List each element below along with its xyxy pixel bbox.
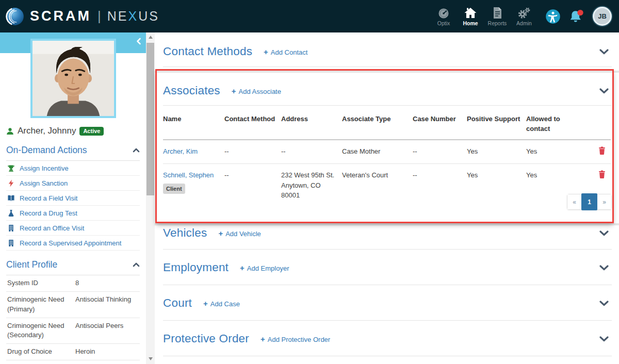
table-row: Archer, Kim -- -- Case Mother -- Yes Yes [163,140,611,164]
plus-icon: + [203,299,208,308]
map-book-icon [7,194,15,202]
court-title: Court [163,296,192,310]
nav-optix[interactable]: Optix [431,7,457,26]
plus-icon: + [218,229,223,238]
brand-divider: | [97,8,101,24]
pagination-prev-button[interactable]: « [567,194,581,209]
table-row: Schnell, Stephen Client -- 232 West 95th… [163,164,611,207]
app-header: SCRAM | NEXUS Optix Home [0,0,619,32]
associate-name-link[interactable]: Archer, Kim [163,146,198,157]
employment-title: Employment [163,261,229,274]
associates-chevron[interactable] [599,88,611,94]
client-profile-title: Client Profile [6,259,57,270]
action-record-field-visit[interactable]: Record a Field Visit [6,191,140,206]
main-content: Contact Methods + Add Contact A [155,32,619,364]
chevron-left-icon [136,38,142,45]
nav-admin-label: Admin [516,20,532,26]
associates-pagination: « 1 » [567,194,612,210]
add-employer-link[interactable]: + Add Employer [240,263,289,272]
flask-icon [7,209,15,217]
notifications-button[interactable] [568,9,584,24]
action-label: Record a Drug Test [20,209,77,217]
client-profile-header[interactable]: Client Profile [6,259,140,275]
plus-icon: + [264,47,268,56]
action-label: Record a Supervised Appointment [20,239,121,247]
section-employment: Employment + Add Employer [155,250,619,285]
court-chevron[interactable] [599,301,611,306]
client-name-row: Archer, Johnny Active [6,126,140,136]
associate-name-link[interactable]: Schnell, Stephen [163,170,214,180]
associates-table: Name Contact Method Address Associate Ty… [163,106,611,207]
action-record-office-visit[interactable]: Record an Office Visit [6,221,140,236]
profile-row-system-id: System ID 8 [6,275,140,292]
vertical-scrollbar[interactable] [146,32,155,364]
plus-icon: + [240,263,245,272]
nav-home-label: Home [463,20,478,26]
delete-associate-button[interactable] [598,146,606,156]
protective-order-title: Protective Order [163,332,249,345]
contact-methods-chevron[interactable] [599,49,611,55]
client-photo[interactable] [30,39,116,118]
action-assign-sanction[interactable]: Assign Sanction [6,176,140,191]
nav-reports[interactable]: Reports [484,7,510,26]
action-label: Assign Incentive [20,164,69,172]
scroll-down-arrow[interactable] [146,355,155,362]
scrollbar-thumb[interactable] [146,43,154,195]
trash-icon [598,146,606,155]
client-badge: Client [163,184,185,194]
nav-home[interactable]: Home [458,7,483,26]
scroll-up-arrow[interactable] [146,34,155,41]
profile-row-criminogenic-secondary: Criminogenic Need (Secondary) Antisocial… [6,318,140,344]
document-icon [492,7,503,19]
brand-logo[interactable]: SCRAM | NEXUS [5,7,159,26]
section-protective-order: Protective Order + Add Protective Order [155,321,619,356]
building-icon [7,239,15,247]
app-window: SCRAM | NEXUS Optix Home [0,0,619,364]
on-demand-actions-title: On-Demand Actions [6,145,87,156]
vehicles-chevron[interactable] [599,230,611,236]
on-demand-actions-header[interactable]: On-Demand Actions [6,145,140,161]
plus-icon: + [260,335,265,343]
pagination-next-button[interactable]: » [597,194,611,209]
add-case-link[interactable]: + Add Case [203,299,240,308]
action-record-drug-test[interactable]: Record a Drug Test [6,206,140,221]
delete-associate-button[interactable] [598,170,606,180]
trash-icon [598,170,606,178]
add-vehicle-link[interactable]: + Add Vehicle [218,229,260,238]
nav-optix-label: Optix [437,20,450,26]
client-sidebar: Archer, Johnny Active On-Demand Actions [0,32,146,364]
section-contact-methods: Contact Methods + Add Contact [155,32,619,71]
vehicles-title: Vehicles [163,226,207,240]
protective-order-chevron[interactable] [599,336,611,342]
section-vehicles: Vehicles + Add Vehicle [155,225,619,250]
nav-reports-label: Reports [488,20,507,26]
col-associate-type: Associate Type [342,106,413,140]
brand-nexus-text: NEXUS [107,9,159,24]
table-header-row: Name Contact Method Address Associate Ty… [163,106,611,140]
building-icon [7,224,15,232]
col-positive-support: Positive Support [467,106,526,140]
section-associates: Associates + Add Associate [155,73,619,223]
nav-admin[interactable]: Admin [511,7,537,26]
user-avatar[interactable]: JB [593,7,612,26]
user-icon [6,127,14,135]
client-name: Archer, Johnny [18,126,76,136]
col-contact-method: Contact Method [224,106,281,140]
profile-row-drug-of-choice: Drug of Choice Heroin [6,344,140,360]
employment-chevron[interactable] [599,265,611,271]
action-record-supervised-appointment[interactable]: Record a Supervised Appointment [6,236,140,251]
add-contact-link[interactable]: + Add Contact [264,47,307,56]
accessibility-button[interactable] [545,9,561,24]
chevron-up-icon [133,148,140,153]
action-assign-incentive[interactable]: Assign Incentive [6,161,140,176]
bell-icon [568,9,584,24]
status-badge: Active [79,127,104,136]
home-icon [464,7,477,19]
col-allowed-to-contact: Allowed to contact [526,106,583,140]
add-protective-order-link[interactable]: + Add Protective Order [260,335,330,343]
add-associate-link[interactable]: + Add Associate [232,87,281,95]
pagination-page-1-button[interactable]: 1 [581,193,597,210]
avatar-initials: JB [598,12,607,20]
sidebar-collapse-button[interactable] [136,38,142,46]
chevron-down-icon [599,49,609,55]
